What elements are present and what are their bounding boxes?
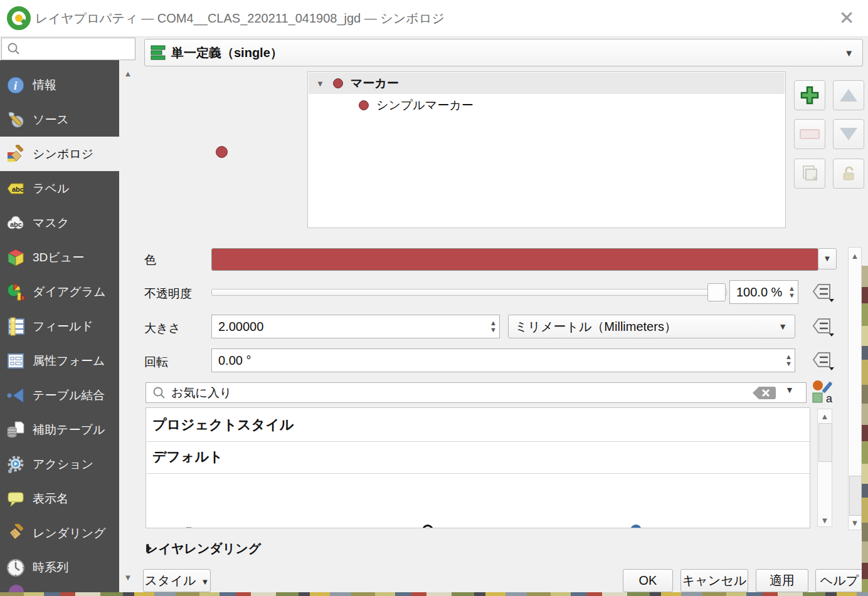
sidebar-item-label: 表示名 (33, 491, 68, 507)
opacity-value: 100.0 % (736, 285, 782, 300)
style-list[interactable]: プロジェクトスタイルデフォルト (146, 407, 810, 528)
rotation-override-button[interactable] (810, 349, 835, 372)
sidebar-item-info[interactable]: i情報 (0, 68, 119, 102)
diagrams-icon (6, 283, 25, 301)
size-unit-select[interactable]: ミリメートル（Millimeters） ▼ (508, 315, 795, 338)
sidebar-item-label: アクション (33, 456, 93, 473)
ok-button[interactable]: OK (623, 569, 673, 592)
sidebar-item-masks[interactable]: abcマスク (0, 206, 119, 240)
help-button[interactable]: ヘルプ (815, 569, 864, 592)
move-down-button (833, 119, 864, 149)
duplicate-icon: ✳ (800, 164, 819, 183)
scroll-up-icon[interactable]: ▲ (818, 412, 832, 421)
rotation-label: 回転 (144, 354, 168, 370)
add-symbol-layer-button[interactable] (794, 80, 825, 110)
spinner-arrows-icon[interactable]: ▲▼ (490, 315, 497, 338)
source-icon (6, 110, 25, 129)
spinner-arrows-icon[interactable]: ▲▼ (788, 281, 795, 303)
triangle-up-icon (840, 89, 857, 102)
sidebar-item-joins[interactable]: テーブル結合 (0, 378, 119, 412)
size-override-button[interactable] (810, 315, 835, 338)
opacity-spinbox[interactable]: 100.0 % ▲▼ (729, 280, 798, 304)
style-group-header[interactable]: プロジェクトスタイル (152, 416, 294, 434)
actions-icon (6, 455, 25, 474)
svg-text:a: a (826, 392, 833, 404)
apply-button[interactable]: 適用 (756, 569, 808, 592)
color-dropdown-button[interactable]: ▼ (818, 248, 837, 269)
sidebar-item-labels[interactable]: abcラベル (0, 171, 119, 206)
sidebar-item-label: マスク (33, 215, 69, 231)
symbol-layer-tree[interactable]: ▼マーカーシンプルマーカー (307, 71, 786, 228)
expander-icon[interactable]: ▼ (316, 79, 324, 88)
window-title: レイヤプロパティ — COM4__CLAS_220211_041908_jgd … (35, 10, 445, 27)
sidebar-item-temporal[interactable]: 時系列 (0, 550, 119, 585)
sidebar-item-symbology[interactable]: シンボロジ (0, 137, 119, 171)
qgis-logo-icon (6, 6, 31, 31)
style-menu-button[interactable]: スタイル▼ (143, 569, 211, 592)
sidebar-search-input[interactable] (1, 38, 135, 60)
sidebar-item-source[interactable]: ソース (0, 102, 119, 137)
cancel-button[interactable]: キャンセル (680, 569, 748, 592)
separator (146, 441, 810, 442)
opacity-slider[interactable] (211, 289, 727, 296)
renderer-type-select[interactable]: 単一定義（single） ▼ (144, 39, 863, 66)
tree-row-label: マーカー (351, 75, 399, 91)
sidebar-item-rendering[interactable]: レンダリング (0, 516, 119, 550)
sidebar-item-actions[interactable]: アクション (0, 447, 119, 481)
scroll-down-icon[interactable]: ▼ (849, 518, 861, 528)
clear-filter-button[interactable] (751, 385, 776, 400)
remove-symbol-layer-button (794, 119, 825, 149)
rotation-spinbox[interactable]: 0.00 ° ▲▼ (211, 348, 795, 372)
symbology-icon (6, 145, 25, 164)
partial-style-preview (630, 525, 642, 528)
scroll-up-icon[interactable]: ▲ (849, 251, 861, 261)
svg-text:✳: ✳ (812, 175, 817, 182)
sidebar: i情報ソースシンボロジabcラベルabcマスク3Dビューダイアグラムフィールド属… (0, 60, 119, 592)
size-value: 2.00000 (218, 320, 263, 334)
filter-dropdown-icon[interactable]: ▼ (785, 385, 794, 395)
sidebar-item-display-name[interactable]: 表示名 (0, 481, 119, 516)
marker-dot-icon (359, 100, 369, 110)
scroll-down-icon[interactable]: ▼ (818, 516, 832, 525)
style-list-scrollbar[interactable]: ▲ ▼ (817, 409, 832, 527)
search-icon (7, 42, 21, 56)
style-search-input[interactable]: お気に入り (146, 382, 807, 403)
style-types-icon[interactable]: a (812, 380, 835, 404)
color-button[interactable] (211, 248, 818, 271)
separator (146, 473, 810, 474)
sidebar-item-3d-view[interactable]: 3Dビュー (0, 240, 119, 274)
symbol-preview-marker (216, 146, 228, 158)
sidebar-item-auxiliary-storage[interactable]: 補助テーブル (0, 412, 119, 447)
duplicate-symbol-layer-button: ✳ (794, 159, 825, 189)
data-defined-override-icon (811, 315, 835, 338)
panel-scrollbar[interactable]: ▲ ▼ (848, 247, 862, 530)
layer-rendering-header[interactable]: レイヤレンダリング (146, 540, 261, 557)
opacity-override-button[interactable] (810, 281, 835, 303)
sidebar-item-attributes-form[interactable]: 属性フォーム (0, 343, 119, 378)
spinner-arrows-icon[interactable]: ▲▼ (785, 349, 792, 372)
partial-style-preview (186, 527, 191, 528)
triangle-down-icon (840, 128, 857, 140)
backspace-icon (751, 385, 776, 400)
close-icon[interactable]: ✕ (834, 6, 859, 30)
sidebar-scrollbar[interactable]: ▲ ▼ (119, 60, 137, 592)
scrollbar-thumb[interactable] (818, 423, 832, 462)
sidebar-item-label: 属性フォーム (33, 353, 105, 369)
scroll-down-icon[interactable]: ▼ (119, 573, 137, 582)
style-menu-label: スタイル (145, 573, 196, 587)
style-group-header[interactable]: デフォルト (152, 447, 223, 466)
auxiliary-storage-icon (6, 421, 25, 439)
sidebar-item-fields[interactable]: フィールド (0, 309, 119, 343)
style-filter-value: お気に入り (171, 385, 231, 401)
opacity-slider-handle[interactable] (707, 283, 726, 301)
size-spinbox[interactable]: 2.00000 ▲▼ (211, 315, 500, 338)
move-up-button (833, 80, 864, 110)
symbol-tree-row[interactable]: シンプルマーカー (309, 95, 785, 116)
lock-open-icon (839, 164, 858, 183)
scroll-up-icon[interactable]: ▲ (119, 69, 137, 78)
scrollbar-thumb[interactable] (849, 476, 862, 516)
symbol-tree-row[interactable]: ▼マーカー (309, 73, 785, 94)
display-name-icon (6, 489, 25, 508)
renderer-type-value: 単一定義（single） (171, 44, 283, 61)
sidebar-item-diagrams[interactable]: ダイアグラム (0, 274, 119, 309)
